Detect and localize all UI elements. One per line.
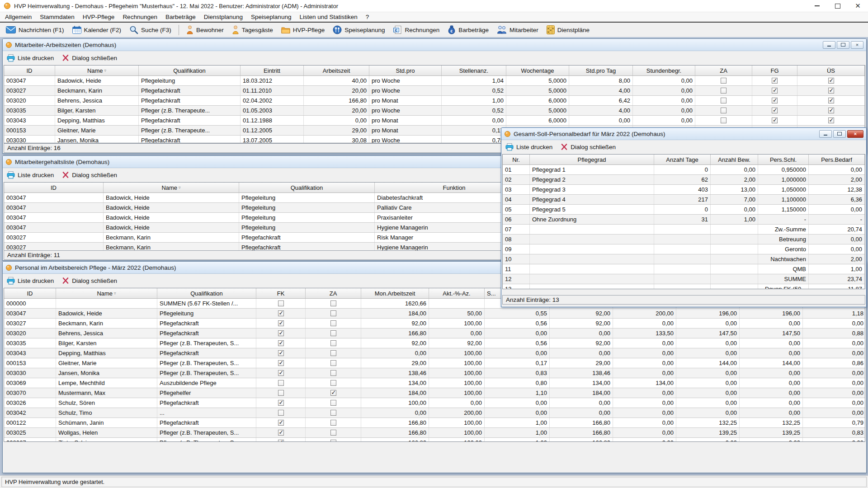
table-row[interactable]: 003025Wollgas, HelenPfleger (z.B. Therap… bbox=[4, 428, 865, 438]
column-header-za[interactable]: ZA bbox=[695, 66, 752, 75]
app-minimize-button[interactable] bbox=[807, 0, 827, 12]
column-header-id[interactable]: ID bbox=[4, 183, 104, 192]
menu-rechnungen[interactable]: Rechnungen bbox=[118, 14, 161, 20]
table-row[interactable]: 13Davon FK (50...11,87 bbox=[503, 284, 865, 289]
column-header-pflegegrad[interactable]: Pflegegrad bbox=[530, 155, 654, 164]
column-header-stundenbegr-[interactable]: Stundenbegr. bbox=[633, 66, 695, 75]
table-row[interactable]: 05Pflegegrad 500,001,1500000,00 bbox=[503, 205, 865, 215]
toolbar-barbetraege-button[interactable]: € Barbeträge bbox=[443, 24, 493, 36]
menu-hvp-pflege[interactable]: HVP-Pflege bbox=[79, 14, 119, 20]
column-header-wochentage[interactable]: Wochentage bbox=[506, 66, 569, 75]
column-header-fk[interactable]: FK bbox=[256, 288, 306, 298]
table-row[interactable]: 003043Depping, MatthiasPflegefachkraft01… bbox=[4, 116, 865, 126]
column-header-id[interactable]: ID bbox=[4, 288, 56, 298]
table-row[interactable]: 03Pflegegrad 340313,001,05000012,38 bbox=[503, 185, 865, 195]
table-row[interactable]: 003020Behrens, JessicaPflegefachkraft166… bbox=[4, 328, 865, 338]
menu-listen-und-statistiken[interactable]: Listen und Statistiken bbox=[295, 14, 361, 20]
window-titlebar[interactable]: Mitarbeiter-Arbeitszeiten (Demohaus) × bbox=[3, 39, 866, 51]
window-titlebar[interactable]: Gesamt-Soll-Personalbedarf für März 2022… bbox=[501, 128, 866, 140]
menu-allgemein[interactable]: Allgemein bbox=[1, 14, 36, 20]
table-row[interactable]: 003026Schulz, SörenPflegefachkraft100,00… bbox=[4, 398, 865, 408]
toolbar-rechnungen-button[interactable]: € Rechnungen bbox=[389, 24, 444, 35]
table-row[interactable]: 003043Depping, MatthiasPflegefachkraft0,… bbox=[4, 348, 865, 358]
column-header-nr-[interactable]: Nr. bbox=[503, 155, 530, 164]
table-row[interactable]: 12SUMME23,74 bbox=[503, 274, 865, 284]
column-header-eintritt[interactable]: Eintritt bbox=[241, 66, 304, 75]
column-header-pers-bedarf[interactable]: Pers.Bedarf bbox=[809, 155, 865, 164]
print-list-button[interactable]: Liste drucken bbox=[505, 143, 552, 151]
table-row[interactable]: 003020Behrens, JessicaPflegefachkraft02.… bbox=[4, 96, 865, 106]
table-row[interactable]: 003070Mustermann, MaxPflegehelfer184,001… bbox=[4, 388, 865, 398]
column-header-qualifikation[interactable]: Qualifikation bbox=[239, 183, 375, 192]
minimize-button[interactable] bbox=[819, 130, 832, 138]
table-row[interactable]: 02Pflegegrad 2622,001,0000002,00 bbox=[503, 175, 865, 185]
toolbar-tagesgaeste-button[interactable]: Tagesgäste bbox=[228, 24, 277, 36]
toolbar-hvp-pflege-button[interactable]: HVP-Pflege bbox=[277, 25, 329, 35]
maximize-button[interactable] bbox=[837, 41, 849, 49]
print-list-button[interactable]: Liste drucken bbox=[7, 171, 54, 179]
close-dialog-button[interactable]: Dialog schließen bbox=[62, 277, 117, 284]
table-row[interactable]: 04Pflegegrad 42177,001,1000006,36 bbox=[503, 195, 865, 205]
column-header-id[interactable]: ID bbox=[4, 66, 55, 75]
close-dialog-button[interactable]: Dialog schließen bbox=[62, 171, 117, 178]
column-header-fg[interactable]: FG bbox=[752, 66, 797, 75]
table-row[interactable]: 08Betreuung0,00 bbox=[503, 235, 865, 244]
table-row[interactable]: 003027Beckmann, KarinPflegefachkraft01.1… bbox=[4, 86, 865, 96]
print-list-button[interactable]: Liste drucken bbox=[7, 54, 54, 62]
table-row[interactable]: 003069Lempe, MechthildAuszubildende Pfle… bbox=[4, 378, 865, 388]
column-header-pers-schl-[interactable]: Pers.Schl. bbox=[758, 155, 809, 164]
toolbar-dienstplaene-button[interactable]: Dienstpläne bbox=[542, 24, 594, 36]
table-row[interactable]: 000122Schümann, JaninPflegefachkraft166,… bbox=[4, 418, 865, 428]
table-row[interactable]: 003042Schulz, Timo...0,00200,000,000,000… bbox=[4, 408, 865, 418]
table-row[interactable]: 06Ohne Zuordnung311,00-- bbox=[503, 215, 865, 225]
toolbar-suche-button[interactable]: Suche (F3) bbox=[125, 24, 175, 36]
table-row[interactable]: 09Geronto0,00 bbox=[503, 244, 865, 254]
table-row[interactable]: 003035Bilger, KarstenPfleger (z.B. Thera… bbox=[4, 106, 865, 116]
column-header-anzahl-tage[interactable]: Anzahl Tage bbox=[654, 155, 711, 164]
app-close-button[interactable]: ✕ bbox=[848, 0, 868, 12]
column-header-qualifikation[interactable]: Qualifikation bbox=[157, 288, 256, 298]
toolbar-speiseplanung-button[interactable]: Speiseplanung bbox=[329, 24, 389, 36]
table-row[interactable]: 11QMB1,00 bbox=[503, 264, 865, 274]
column-header-name[interactable]: Name▿ bbox=[104, 183, 239, 192]
table-row[interactable]: 003067Zietz, SylviaPfleger (z.B. Therape… bbox=[4, 438, 865, 442]
toolbar-kalender-button[interactable]: Kalender (F2) bbox=[68, 24, 126, 35]
table-row[interactable]: 003047Badowick, HeidePflegeleitung184,00… bbox=[4, 309, 865, 319]
menu-dienstplanung[interactable]: Dienstplanung bbox=[200, 14, 247, 20]
table-row[interactable]: 003035Bilger, KarstenPfleger (z.B. Thera… bbox=[4, 338, 865, 348]
column-header-name[interactable]: Name▿ bbox=[56, 288, 157, 298]
toolbar-mitarbeiter-button[interactable]: Mitarbeiter bbox=[493, 24, 542, 36]
maximize-button[interactable] bbox=[833, 130, 846, 138]
column-header-std-pro[interactable]: Std.pro bbox=[369, 66, 442, 75]
close-button[interactable]: × bbox=[847, 130, 863, 138]
app-maximize-button[interactable] bbox=[827, 0, 848, 12]
column-header-üs[interactable]: ÜS bbox=[797, 66, 865, 75]
table-row[interactable]: 10Nachtwachen2,00 bbox=[503, 254, 865, 264]
column-header-std-pro-tag[interactable]: Std.pro Tag bbox=[569, 66, 633, 75]
menu-help[interactable]: ? bbox=[362, 14, 373, 20]
close-button[interactable]: × bbox=[851, 41, 863, 49]
close-dialog-button[interactable]: Dialog schließen bbox=[62, 54, 117, 61]
table-row[interactable]: 003027Beckmann, KarinPflegefachkraft92,0… bbox=[4, 319, 865, 328]
table-row[interactable]: 07Zw.-Summe20,74 bbox=[503, 225, 865, 235]
minimize-button[interactable] bbox=[823, 41, 835, 49]
print-list-button[interactable]: Liste drucken bbox=[7, 277, 54, 285]
table-row[interactable]: 01Pflegegrad 100,000,9500000,00 bbox=[503, 165, 865, 175]
close-dialog-button[interactable]: Dialog schließen bbox=[561, 143, 616, 150]
column-header-akt-az-[interactable]: Akt.-%-Az. bbox=[429, 288, 485, 298]
column-header-stellenanz-[interactable]: Stellenanz. bbox=[442, 66, 506, 75]
column-header-mon-arbeitszeit[interactable]: Mon.Arbeitszeit bbox=[361, 288, 429, 298]
toolbar-bewohner-button[interactable]: Bewohner bbox=[182, 24, 228, 36]
table-row[interactable]: 003030Jansen, MonikaPfleger (z.B. Therap… bbox=[4, 368, 865, 378]
column-header-qualifikation[interactable]: Qualifikation bbox=[139, 66, 241, 75]
menu-speiseplanung[interactable]: Speiseplanung bbox=[247, 14, 295, 20]
menu-stammdaten[interactable]: Stammdaten bbox=[36, 14, 79, 20]
menu-barbetraege[interactable]: Barbeträge bbox=[161, 14, 200, 20]
table-row[interactable]: 000153Gleitner, MariePfleger (z.B. Thera… bbox=[4, 358, 865, 368]
column-header-za[interactable]: ZA bbox=[306, 288, 361, 298]
table-row[interactable]: 003047Badowick, HeidePflegeleitung18.03.… bbox=[4, 76, 865, 86]
column-header-anzahl-bew-[interactable]: Anzahl Bew. bbox=[711, 155, 758, 164]
column-header-arbeitszeit[interactable]: Arbeitszeit bbox=[304, 66, 369, 75]
toolbar-nachrichten-button[interactable]: Nachrichten (F1) bbox=[2, 25, 68, 35]
column-header-name[interactable]: Name▿ bbox=[55, 66, 139, 75]
